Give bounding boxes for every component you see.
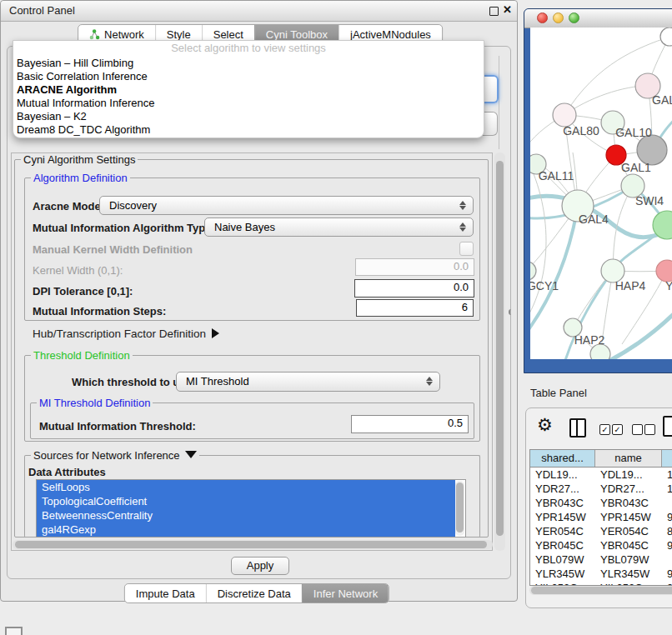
- data-attributes-list[interactable]: SelfLoops TopologicalCoefficient Between…: [36, 479, 466, 538]
- manual-kernel-label: Manual Kernel Width Definition: [33, 243, 193, 256]
- corner-widget-icon[interactable]: [5, 627, 23, 635]
- which-threshold-select[interactable]: MI Threshold: [176, 372, 440, 392]
- list-item[interactable]: SelfLoops: [37, 480, 455, 494]
- horizontal-scrollbar[interactable]: [13, 540, 493, 549]
- table-row[interactable]: YPR145WYPR145W9.: [530, 510, 672, 524]
- tab-infer-network[interactable]: Infer Network: [302, 584, 389, 602]
- dropdown-placeholder: Select algorithm to view settings: [13, 42, 484, 54]
- table-row[interactable]: YBL079WYBL079W: [530, 552, 672, 567]
- node-label: GAL1: [621, 161, 651, 174]
- close-button[interactable]: [537, 12, 548, 23]
- table-row[interactable]: YBR045CYBR045C9.: [530, 538, 672, 552]
- table-cell: [662, 552, 672, 567]
- table-cell: YDL19...: [595, 468, 662, 482]
- checked-checkbox-icon[interactable]: ✓: [612, 424, 623, 435]
- node-label: Y: [665, 279, 672, 292]
- table-cell: YBR043C: [530, 496, 595, 510]
- mi-algorithm-type-select[interactable]: Naive Bayes: [204, 218, 474, 237]
- sources-toggle[interactable]: Sources for Network Inference: [31, 449, 199, 462]
- scrollbar-thumb[interactable]: [456, 482, 464, 532]
- dropdown-item[interactable]: Bayesian – Hill Climbing: [17, 57, 480, 70]
- scrollbar-thumb[interactable]: [531, 587, 672, 594]
- network-canvas[interactable]: GALGAL80GAL10GAL1GAL11GAL4SWI4GCY1HAP4YH…: [530, 28, 672, 359]
- table-cell: YBR045C: [530, 538, 595, 552]
- tab-impute-data[interactable]: Impute Data: [125, 584, 206, 602]
- minimize-button[interactable]: [553, 12, 564, 23]
- manual-kernel-checkbox[interactable]: [459, 242, 474, 256]
- column-header-name[interactable]: name: [595, 450, 662, 467]
- document-icon[interactable]: [663, 416, 672, 437]
- combo-value: Naive Bayes: [214, 221, 275, 233]
- hub-definition-toggle[interactable]: Hub/Transcription Factor Definition: [33, 328, 219, 340]
- table-cell: YLR345W: [595, 567, 662, 581]
- columns-icon[interactable]: [569, 418, 586, 438]
- aracne-mode-select[interactable]: Discovery: [99, 196, 474, 215]
- mi-threshold-field[interactable]: 0.5: [351, 415, 469, 433]
- unchecked-checkbox-icon[interactable]: [644, 424, 655, 435]
- table-row[interactable]: YDR27...YDR27...12: [530, 482, 672, 496]
- network-node[interactable]: [530, 262, 536, 280]
- network-node[interactable]: [660, 28, 672, 46]
- dropdown-item[interactable]: Mutual Information Inference: [17, 97, 480, 110]
- group-title: Threshold Definition: [31, 349, 133, 362]
- table-cell: YDR27...: [530, 482, 595, 496]
- list-scrollbar[interactable]: [455, 481, 464, 536]
- algorithm-dropdown-popup: Select algorithm to view settings Bayesi…: [13, 40, 484, 138]
- table-cell: 8.: [662, 524, 672, 538]
- list-item[interactable]: BetweennessCentrality: [37, 508, 455, 522]
- bottom-tab-bar: Impute Data Discretize Data Infer Networ…: [124, 583, 389, 603]
- close-icon[interactable]: ✕: [503, 3, 512, 16]
- list-item[interactable]: gal4RGexp: [37, 522, 455, 537]
- tab-label: Select: [213, 28, 243, 41]
- node-label: GAL11: [539, 169, 574, 182]
- scrollbar-thumb[interactable]: [15, 541, 487, 548]
- dropdown-item[interactable]: Bayesian – K2: [17, 110, 480, 123]
- dropdown-item[interactable]: Dream8 DC_TDC Algorithm: [17, 123, 480, 137]
- gear-icon[interactable]: ⚙: [537, 415, 553, 435]
- dropdown-item[interactable]: Basic Correlation Inference: [17, 70, 480, 83]
- column-header-partial[interactable]: [662, 450, 672, 467]
- scrollbar-thumb[interactable]: [496, 161, 504, 536]
- apply-button[interactable]: Apply: [231, 557, 289, 575]
- control-panel-window: Control Panel ✕ Network Style Select Cyn…: [0, 0, 518, 602]
- dpi-tolerance-field[interactable]: 0.0: [354, 279, 474, 298]
- table-row[interactable]: YBR043CYBR043C: [530, 496, 672, 510]
- checked-checkbox-icon[interactable]: ✓: [599, 424, 610, 435]
- mi-steps-field[interactable]: 6: [356, 299, 474, 317]
- splitpane-handle[interactable]: [509, 309, 514, 315]
- network-node[interactable]: [553, 103, 576, 127]
- table-row[interactable]: YLR345WYLR345W9.: [530, 567, 672, 581]
- column-header-shared[interactable]: shared...: [530, 450, 595, 467]
- zoom-button[interactable]: [569, 12, 579, 23]
- table-panel-title: Table Panel: [530, 387, 587, 399]
- table-cell: YBL079W: [595, 552, 662, 567]
- node-label: GAL80: [563, 124, 599, 138]
- combo-value: Discovery: [109, 199, 157, 212]
- combo-value: MI Threshold: [186, 375, 249, 388]
- mi-type-label: Mutual Information Algorithm Type:: [33, 222, 215, 234]
- table-cell: 9.: [662, 510, 672, 524]
- group-title: Cyni Algorithm Settings: [21, 153, 138, 166]
- tab-discretize-data[interactable]: Discretize Data: [206, 584, 302, 602]
- kernel-width-field[interactable]: 0.0: [355, 258, 474, 276]
- kernel-width-label: Kernel Width (0,1):: [33, 264, 123, 277]
- table-cell: YBL079W: [530, 552, 595, 567]
- tab-label: Discretize Data: [218, 588, 291, 600]
- dropdown-item-selected[interactable]: ARACNE Algorithm: [17, 83, 480, 97]
- table-row[interactable]: YER054CYER054C8.: [530, 524, 672, 538]
- tab-label: Cyni Toolbox: [266, 28, 328, 41]
- group-title: MI Threshold Definition: [37, 397, 153, 409]
- hidden-combobox-focused[interactable]: [482, 75, 499, 103]
- panel-title: Control Panel: [9, 1, 75, 21]
- table-panel: ⚙ ✓ ✓ shared... name YDL19...YDL19...13Y…: [525, 408, 672, 608]
- node-label: GAL: [652, 93, 672, 107]
- float-window-icon[interactable]: [489, 7, 499, 16]
- node-label: SWI4: [635, 194, 664, 208]
- list-item[interactable]: TopologicalCoefficient: [37, 494, 455, 508]
- group-title: Algorithm Definition: [31, 172, 130, 184]
- table-horizontal-scrollbar[interactable]: [529, 586, 672, 595]
- unchecked-checkbox-icon[interactable]: [632, 424, 643, 435]
- node-label: GCY1: [530, 279, 559, 292]
- table-row[interactable]: YDL19...YDL19...13: [530, 468, 672, 482]
- vertical-scrollbar[interactable]: [494, 152, 505, 551]
